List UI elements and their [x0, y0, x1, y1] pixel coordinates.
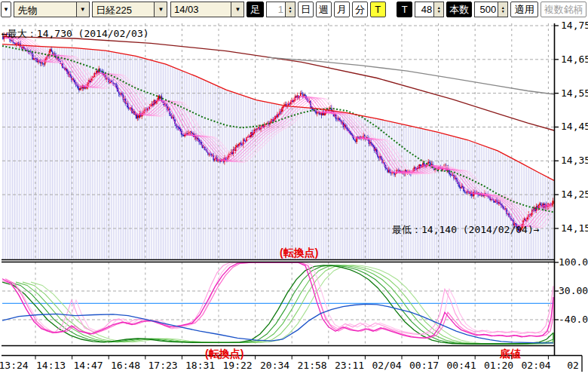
turning-point-lower-annotation: (転換点) [205, 348, 243, 361]
min-price-annotation: 最低：14,140 (2014/02/04)→ [392, 223, 540, 237]
turning-point-upper-annotation: (転換点) [280, 247, 318, 260]
bottom-value-annotation: 底値 [500, 348, 521, 361]
max-price-annotation: ←最大：14,730 (2014/02/03) [2, 27, 149, 41]
chart-application-window: ▼ 先物 ▼ 日経225 ▼ 14/03 ▼ 足 1 ▲▼ 日 週 月 分 T … [0, 0, 588, 377]
price-and-oscillator-chart [0, 0, 588, 377]
